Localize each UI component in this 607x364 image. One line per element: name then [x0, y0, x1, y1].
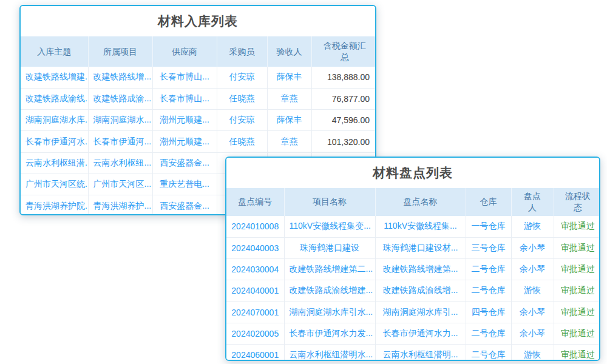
table-cell[interactable]: 2024040003	[226, 237, 284, 258]
table-cell[interactable]: 审批通过	[554, 280, 600, 302]
column-header: 盘点人	[511, 188, 554, 216]
table-cell[interactable]: 游恢	[511, 280, 554, 302]
table-cell[interactable]: 西安盛器金...	[152, 152, 217, 174]
table-cell: 47,596.00	[311, 110, 376, 131]
table-cell[interactable]: 潮州元顺建...	[152, 110, 217, 131]
material-stocktake-list-card: 材料盘点列表 盘点编号项目名称盘点名称仓库盘点人流程状态202401000811…	[225, 157, 600, 361]
table-cell[interactable]: 游恢	[511, 216, 554, 237]
column-header: 所属项目	[88, 36, 152, 67]
column-header: 供应商	[152, 36, 217, 67]
table-row: 2024060001云南水利枢纽潜明水...云南水利枢纽潜明...二号仓库游恢审…	[226, 345, 600, 361]
table-cell[interactable]: 潮州元顺建...	[152, 131, 217, 152]
column-header: 流程状态	[554, 188, 600, 216]
table-row: 改建铁路成渝线...改建铁路成渝...长春市博山...任晓燕章燕76,877.0…	[21, 88, 376, 109]
table-cell[interactable]: 2024020005	[226, 323, 284, 344]
table-cell[interactable]: 审批通过	[554, 216, 600, 237]
table-cell[interactable]: 长春市伊通河...	[88, 131, 152, 152]
table-cell[interactable]: 云南水利枢纽...	[88, 152, 152, 174]
table-cell[interactable]: 广州市天河区...	[88, 174, 152, 195]
table-cell[interactable]: 改建铁路线增建第...	[375, 258, 466, 280]
table-cell[interactable]: 薛保丰	[267, 110, 311, 131]
table-cell[interactable]: 任晓燕	[217, 131, 267, 152]
table-cell[interactable]: 青海洪湖养护院...	[21, 195, 88, 215]
table-cell: 138,888.00	[311, 67, 376, 88]
table-cell[interactable]: 章燕	[267, 131, 311, 152]
table-cell[interactable]: 2024060001	[226, 345, 284, 361]
table-cell[interactable]: 长春市伊通河水...	[21, 131, 88, 152]
table-row: 长春市伊通河水...长春市伊通河...潮州元顺建...任晓燕章燕101,320.…	[21, 131, 376, 152]
table-cell[interactable]: 余小琴	[511, 237, 554, 258]
table-cell[interactable]: 长春市博山...	[152, 67, 217, 88]
table-cell[interactable]: 重庆艺普电...	[152, 174, 217, 195]
table-cell[interactable]: 2024070001	[226, 302, 284, 323]
table-cell[interactable]: 二号仓库	[466, 323, 511, 344]
table-cell[interactable]: 薛保丰	[267, 67, 311, 88]
table-cell[interactable]: 二号仓库	[466, 258, 511, 280]
table-cell[interactable]: 2024030004	[226, 258, 284, 280]
column-header: 验收人	[267, 36, 311, 67]
table-cell[interactable]: 广州市天河区统...	[21, 174, 88, 195]
table-cell[interactable]: 云南水利枢纽潜明水...	[284, 345, 375, 361]
table-cell[interactable]: 珠海鹤港口建设材...	[375, 237, 466, 258]
table-cell[interactable]: 审批通过	[554, 323, 600, 344]
table-cell[interactable]: 云南水利枢纽潜...	[21, 152, 88, 174]
table-cell[interactable]: 110kV安徽线程集变...	[284, 216, 375, 237]
table-cell[interactable]: 云南水利枢纽潜明...	[375, 345, 466, 361]
table-cell[interactable]: 湖南洞庭湖水库引...	[375, 302, 466, 323]
table-cell[interactable]: 游恢	[511, 345, 554, 361]
table-cell[interactable]: 四号仓库	[466, 302, 511, 323]
table-header-row: 入库主题所属项目供应商采购员验收人含税金额汇总	[21, 36, 376, 67]
table-cell[interactable]: 长春市博山...	[152, 88, 217, 109]
column-header: 入库主题	[21, 36, 88, 67]
table-cell[interactable]: 改建铁路成渝...	[88, 88, 152, 109]
table-cell[interactable]: 改建铁路成渝线增建...	[284, 280, 375, 302]
table-cell[interactable]: 余小琴	[511, 302, 554, 323]
table-cell[interactable]: 改建铁路成渝线...	[21, 88, 88, 109]
column-header: 盘点编号	[226, 188, 284, 216]
table-cell[interactable]: 110kV安徽线程集...	[375, 216, 466, 237]
table-cell[interactable]: 审批通过	[554, 302, 600, 323]
table-cell[interactable]: 三号仓库	[466, 237, 511, 258]
table-cell[interactable]: 二号仓库	[466, 280, 511, 302]
table-cell[interactable]: 2024040001	[226, 280, 284, 302]
table-cell[interactable]: 湖南洞庭湖水库引水...	[284, 302, 375, 323]
table-row: 改建铁路线增建...改建铁路线增...长春市博山...付安琼薛保丰138,888…	[21, 67, 376, 88]
table-cell[interactable]: 章燕	[267, 88, 311, 109]
table-cell[interactable]: 审批通过	[554, 258, 600, 280]
table-cell[interactable]: 审批通过	[554, 237, 600, 258]
table-row: 2024040003珠海鹤港口建设珠海鹤港口建设材...三号仓库余小琴审批通过	[226, 237, 600, 258]
table-cell[interactable]: 一号仓库	[466, 216, 511, 237]
table-cell[interactable]: 任晓燕	[217, 88, 267, 109]
table-cell[interactable]: 西安盛器金...	[152, 195, 217, 215]
material-stocktake-list-title: 材料盘点列表	[226, 158, 599, 188]
table-row: 湖南洞庭湖水库...湖南洞庭湖水...潮州元顺建...付安琼薛保丰47,596.…	[21, 110, 376, 131]
table-row: 2024070001湖南洞庭湖水库引水...湖南洞庭湖水库引...四号仓库余小琴…	[226, 302, 600, 323]
table-header-row: 盘点编号项目名称盘点名称仓库盘点人流程状态	[226, 188, 600, 216]
table-cell[interactable]: 湖南洞庭湖水库...	[21, 110, 88, 131]
table-cell[interactable]: 付安琼	[217, 67, 267, 88]
table-cell[interactable]: 改建铁路成渝线增...	[375, 280, 466, 302]
table-cell[interactable]: 审批通过	[554, 345, 600, 361]
column-header: 含税金额汇总	[311, 36, 376, 67]
table-row: 2024040001改建铁路成渝线增建...改建铁路成渝线增...二号仓库游恢审…	[226, 280, 600, 302]
table-cell[interactable]: 珠海鹤港口建设	[284, 237, 375, 258]
table-cell[interactable]: 青海洪湖养护...	[88, 195, 152, 215]
table-cell[interactable]: 湖南洞庭湖水...	[88, 110, 152, 131]
table-cell[interactable]: 改建铁路线增建第二...	[284, 258, 375, 280]
table-cell[interactable]: 2024010008	[226, 216, 284, 237]
table-cell[interactable]: 长春市伊通河水力发...	[284, 323, 375, 344]
table-cell[interactable]: 改建铁路线增建...	[21, 67, 88, 88]
column-header: 项目名称	[284, 188, 375, 216]
material-inbound-list-title: 材料入库列表	[21, 6, 375, 36]
table-cell[interactable]: 余小琴	[511, 258, 554, 280]
table-cell[interactable]: 付安琼	[217, 110, 267, 131]
table-cell[interactable]: 余小琴	[511, 323, 554, 344]
table-row: 2024020005长春市伊通河水力发...长春市伊通河水力...二号仓库余小琴…	[226, 323, 600, 344]
table-cell[interactable]: 长春市伊通河水力...	[375, 323, 466, 344]
table-cell[interactable]: 改建铁路线增...	[88, 67, 152, 88]
table-row: 2024010008110kV安徽线程集变...110kV安徽线程集...一号仓…	[226, 216, 600, 237]
material-stocktake-table: 盘点编号项目名称盘点名称仓库盘点人流程状态2024010008110kV安徽线程…	[226, 188, 600, 361]
table-cell[interactable]: 二号仓库	[466, 345, 511, 361]
table-row: 2024030004改建铁路线增建第二...改建铁路线增建第...二号仓库余小琴…	[226, 258, 600, 280]
table-cell: 76,877.00	[311, 88, 376, 109]
